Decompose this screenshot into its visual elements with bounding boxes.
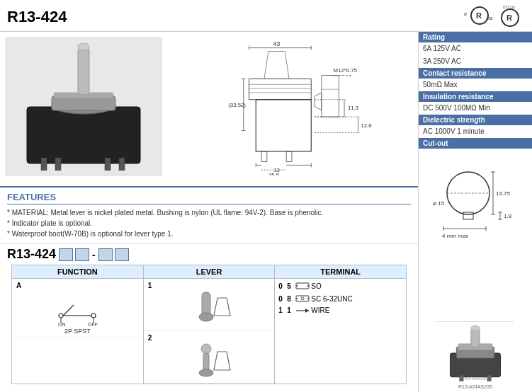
svg-rect-7 (27, 107, 140, 163)
svg-marker-70 (214, 352, 230, 370)
svg-line-25 (285, 52, 289, 79)
rating-value-2: 3A 250V AC (419, 55, 532, 68)
function-item-a: A (12, 279, 143, 338)
function-img-a: ON OFF (13, 289, 142, 328)
term-num-8: 8 (287, 295, 294, 303)
main-container: R13-424 c R us E57718 R (0, 0, 532, 392)
part-boxes (59, 248, 89, 261)
cutout-diagram: 13.75 ⌀ 15 1.8 (426, 151, 524, 242)
insulation-resistance-header: Insulation resistance (419, 91, 532, 102)
svg-point-56 (91, 313, 96, 318)
model-title: R13-424 (7, 8, 67, 26)
svg-text:OFF: OFF (88, 322, 98, 326)
svg-text:12.6: 12.6 (361, 122, 371, 129)
lever-label-1: 1 (148, 282, 152, 289)
lever-label-2: 2 (148, 334, 152, 342)
product-image (6, 38, 162, 175)
terminal-row-2: 0 8 SC 6-32UNC (276, 293, 404, 304)
images-section: 43 M12*0.75 (0, 32, 418, 188)
lever-item-1: 1 (144, 279, 275, 331)
part-box-4 (115, 248, 129, 261)
part-boxes-2 (98, 248, 129, 261)
function-sublabel-a: 2P SPST (64, 328, 91, 335)
dielectric-strength-value: AC 1000V 1 minute (419, 125, 532, 138)
term-num-1b: 1 (287, 306, 294, 314)
svg-point-55 (59, 313, 63, 318)
svg-rect-99 (471, 328, 480, 347)
diagram-svg: 43 M12*0.75 (169, 38, 412, 175)
features-title: FEATURES (7, 192, 411, 204)
lever-img-2 (145, 342, 273, 380)
cutout-header: Cut-out (419, 138, 532, 149)
term-num-0a: 0 (278, 282, 285, 290)
left-panel: 43 M12*0.75 (0, 32, 419, 392)
terminal-items: 0 5 SO 0 (275, 279, 406, 316)
feature-line-3: * Waterproof boot(W-70B) is optional for… (7, 229, 411, 239)
content-area: 43 M12*0.75 (0, 32, 532, 392)
part-number-row: R13-424 - (7, 247, 411, 262)
features-section: FEATURES * MATERIAL: Metal lever is nick… (0, 188, 418, 243)
feature-line-1: * MATERIAL: Metal lever is nickel plated… (7, 207, 411, 218)
term-icon-wire (295, 307, 310, 314)
svg-point-65 (199, 313, 213, 321)
svg-point-67 (201, 344, 211, 354)
lever-column: LEVER 1 (144, 265, 276, 384)
svg-text:(33.52): (33.52) (228, 102, 246, 108)
header: R13-424 c R us E57718 R (0, 0, 532, 32)
svg-point-100 (471, 325, 480, 330)
terminal-column: TERMINAL 0 5 SO (275, 265, 406, 384)
rating-header: Rating (419, 32, 532, 42)
svg-rect-11 (78, 47, 89, 95)
features-text: * MATERIAL: Metal lever is nickel plated… (7, 207, 411, 239)
term-icon-so (295, 281, 310, 291)
function-svg-a: ON OFF (52, 291, 102, 326)
right-panel: Rating 6A 125V AC 3A 250V AC Contact res… (419, 32, 532, 392)
cutout-svg: 13.75 ⌀ 15 1.8 (429, 154, 521, 239)
diagram-image: 43 M12*0.75 (169, 38, 412, 175)
product-svg (13, 43, 154, 171)
term-label-wire: WIRE (311, 306, 329, 314)
svg-rect-13 (41, 158, 47, 171)
svg-rect-15 (105, 158, 111, 171)
product-thumb: R13-424AS235 (437, 321, 514, 384)
svg-rect-31 (261, 151, 267, 162)
svg-text:ON: ON (58, 322, 66, 326)
product-thumb-svg: R13-424AS235 (440, 325, 511, 381)
svg-text:11.3: 11.3 (348, 105, 358, 111)
svg-rect-16 (119, 158, 125, 171)
part-dash: - (92, 249, 96, 260)
cert-logo: c R us E57718 R (464, 6, 521, 28)
svg-text:⌀ 15: ⌀ 15 (433, 200, 445, 207)
svg-text:c: c (464, 11, 468, 17)
selection-table: FUNCTION A (11, 265, 407, 384)
svg-text:13.75: 13.75 (496, 190, 511, 197)
part-number-section: R13-424 - FUNCTION (0, 243, 418, 387)
thumb-label: R13-424AS235 (458, 384, 492, 389)
part-box-2 (75, 248, 89, 261)
svg-rect-102 (487, 375, 491, 381)
svg-rect-32 (286, 151, 292, 162)
term-num-0b: 0 (278, 295, 285, 303)
feature-line-2: * Indicator plate is optional. (7, 218, 411, 229)
svg-marker-79 (305, 309, 309, 313)
lever-svg-2 (181, 343, 237, 379)
svg-line-57 (63, 305, 74, 316)
lever-item-2: 2 (144, 331, 275, 384)
part-box-1 (59, 248, 73, 261)
function-column: FUNCTION A (12, 265, 144, 384)
svg-point-12 (78, 43, 89, 50)
function-header: FUNCTION (12, 265, 143, 279)
svg-point-77 (301, 297, 304, 300)
terminal-header: TERMINAL (275, 265, 406, 279)
svg-text:us: us (487, 15, 492, 21)
term-icon-sc (295, 294, 310, 304)
svg-text:M12*0.75: M12*0.75 (333, 67, 357, 74)
term-label-sc: SC 6-32UNC (311, 295, 352, 303)
svg-text:1.8: 1.8 (504, 213, 512, 219)
contact-resistance-value: 50mΩ Max (419, 79, 532, 91)
svg-marker-35 (315, 93, 322, 110)
svg-rect-26 (249, 79, 312, 100)
svg-rect-87 (463, 212, 473, 219)
svg-text:25.5: 25.5 (268, 172, 280, 175)
term-num-1a: 1 (278, 306, 285, 314)
